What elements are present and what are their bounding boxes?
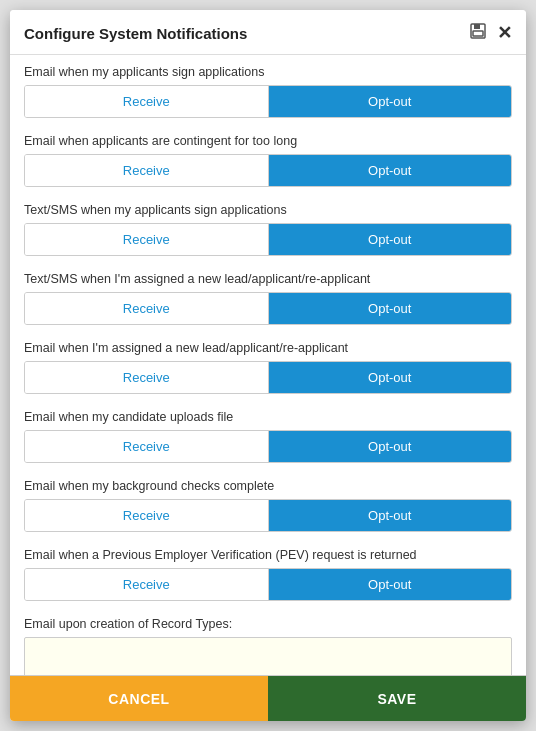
receive-btn-1[interactable]: Receive: [25, 86, 269, 117]
notification-item-7: Email when my background checks complete…: [24, 469, 512, 538]
modal-body: Email when my applicants sign applicatio…: [10, 55, 526, 675]
optout-btn-5[interactable]: Opt-out: [269, 362, 512, 393]
notification-label-7: Email when my background checks complete: [24, 479, 512, 493]
notification-item-3: Text/SMS when my applicants sign applica…: [24, 193, 512, 262]
receive-btn-6[interactable]: Receive: [25, 431, 269, 462]
modal-header: Configure System Notifications ✕: [10, 10, 526, 55]
optout-btn-1[interactable]: Opt-out: [269, 86, 512, 117]
save-icon[interactable]: [469, 22, 487, 44]
record-types-section: Email upon creation of Record Types:: [24, 607, 512, 675]
toggle-group-8: ReceiveOpt-out: [24, 568, 512, 601]
notification-item-2: Email when applicants are contingent for…: [24, 124, 512, 193]
toggle-group-3: ReceiveOpt-out: [24, 223, 512, 256]
notification-item-8: Email when a Previous Employer Verificat…: [24, 538, 512, 607]
notification-label-2: Email when applicants are contingent for…: [24, 134, 512, 148]
record-types-label: Email upon creation of Record Types:: [24, 617, 512, 631]
notification-label-1: Email when my applicants sign applicatio…: [24, 65, 512, 79]
close-icon[interactable]: ✕: [497, 22, 512, 44]
notifications-list: Email when my applicants sign applicatio…: [24, 55, 512, 607]
receive-btn-5[interactable]: Receive: [25, 362, 269, 393]
notification-label-5: Email when I'm assigned a new lead/appli…: [24, 341, 512, 355]
notification-item-4: Text/SMS when I'm assigned a new lead/ap…: [24, 262, 512, 331]
receive-btn-2[interactable]: Receive: [25, 155, 269, 186]
toggle-group-4: ReceiveOpt-out: [24, 292, 512, 325]
toggle-group-7: ReceiveOpt-out: [24, 499, 512, 532]
record-types-input[interactable]: [24, 637, 512, 675]
receive-btn-3[interactable]: Receive: [25, 224, 269, 255]
optout-btn-6[interactable]: Opt-out: [269, 431, 512, 462]
optout-btn-7[interactable]: Opt-out: [269, 500, 512, 531]
svg-rect-1: [474, 24, 480, 29]
configure-notifications-modal: Configure System Notifications ✕ Email w…: [10, 10, 526, 721]
receive-btn-4[interactable]: Receive: [25, 293, 269, 324]
notification-item-6: Email when my candidate uploads fileRece…: [24, 400, 512, 469]
notification-label-4: Text/SMS when I'm assigned a new lead/ap…: [24, 272, 512, 286]
cancel-button[interactable]: CANCEL: [10, 676, 268, 721]
header-icons: ✕: [469, 22, 512, 44]
optout-btn-8[interactable]: Opt-out: [269, 569, 512, 600]
notification-item-5: Email when I'm assigned a new lead/appli…: [24, 331, 512, 400]
receive-btn-8[interactable]: Receive: [25, 569, 269, 600]
modal-footer: CANCEL SAVE: [10, 675, 526, 721]
optout-btn-2[interactable]: Opt-out: [269, 155, 512, 186]
notification-item-1: Email when my applicants sign applicatio…: [24, 55, 512, 124]
receive-btn-7[interactable]: Receive: [25, 500, 269, 531]
toggle-group-5: ReceiveOpt-out: [24, 361, 512, 394]
optout-btn-3[interactable]: Opt-out: [269, 224, 512, 255]
save-button[interactable]: SAVE: [268, 676, 526, 721]
notification-label-3: Text/SMS when my applicants sign applica…: [24, 203, 512, 217]
toggle-group-2: ReceiveOpt-out: [24, 154, 512, 187]
toggle-group-6: ReceiveOpt-out: [24, 430, 512, 463]
toggle-group-1: ReceiveOpt-out: [24, 85, 512, 118]
svg-rect-2: [473, 31, 483, 36]
optout-btn-4[interactable]: Opt-out: [269, 293, 512, 324]
modal-title: Configure System Notifications: [24, 25, 247, 42]
notification-label-6: Email when my candidate uploads file: [24, 410, 512, 424]
notification-label-8: Email when a Previous Employer Verificat…: [24, 548, 512, 562]
